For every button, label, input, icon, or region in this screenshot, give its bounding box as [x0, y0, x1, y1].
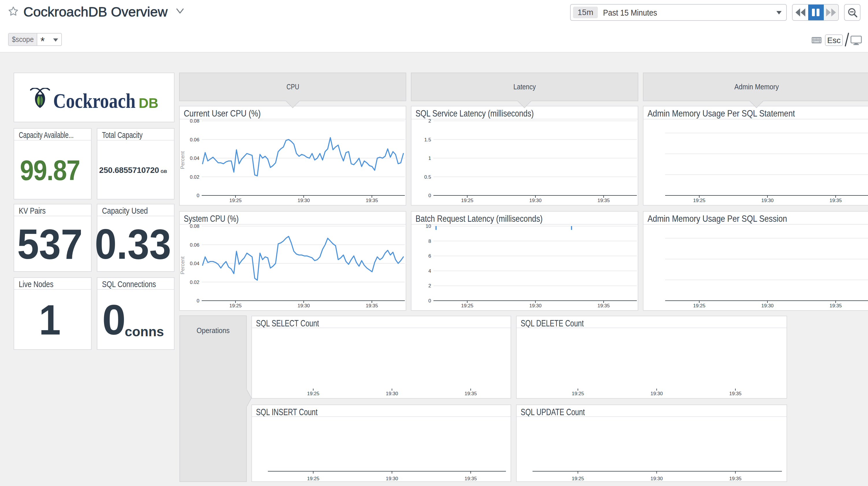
svg-text:0: 0	[429, 298, 431, 304]
svg-text:19:25: 19:25	[693, 303, 706, 309]
svg-text:0.04: 0.04	[190, 155, 199, 161]
svg-text:4: 4	[429, 268, 431, 274]
svg-text:19:35: 19:35	[729, 391, 742, 396]
svg-text:19:25: 19:25	[693, 198, 706, 203]
svg-text:19:25: 19:25	[461, 303, 473, 309]
svg-text:0.04: 0.04	[190, 261, 199, 266]
svg-text:19:35: 19:35	[465, 476, 477, 481]
svg-text:Percent: Percent	[180, 151, 186, 169]
svg-text:6: 6	[429, 253, 431, 259]
svg-text:19:35: 19:35	[366, 303, 378, 309]
svg-text:0: 0	[197, 193, 199, 198]
svg-text:19:30: 19:30	[386, 391, 398, 396]
svg-text:19:30: 19:30	[298, 198, 310, 203]
svg-text:DB: DB	[139, 95, 158, 111]
svg-text:1: 1	[429, 155, 431, 161]
svg-text:19:35: 19:35	[597, 198, 610, 203]
svg-text:19:30: 19:30	[386, 476, 398, 481]
svg-text:19:25: 19:25	[229, 303, 242, 309]
svg-text:19:30: 19:30	[298, 303, 310, 309]
svg-text:19:35: 19:35	[597, 303, 610, 309]
svg-text:19:30: 19:30	[650, 476, 663, 481]
svg-text:Percent: Percent	[180, 256, 186, 275]
svg-text:19:35: 19:35	[830, 303, 842, 309]
svg-text:Cockroach: Cockroach	[53, 90, 135, 112]
svg-text:19:35: 19:35	[729, 476, 742, 481]
svg-text:19:25: 19:25	[572, 476, 584, 481]
svg-text:19:35: 19:35	[830, 198, 842, 203]
svg-text:19:25: 19:25	[229, 198, 242, 203]
svg-text:19:25: 19:25	[461, 198, 473, 203]
svg-text:0.06: 0.06	[190, 137, 199, 143]
svg-text:19:25: 19:25	[307, 391, 319, 396]
svg-text:19:25: 19:25	[307, 476, 319, 481]
svg-text:19:30: 19:30	[762, 198, 774, 203]
svg-text:19:25: 19:25	[572, 391, 584, 396]
svg-text:19:35: 19:35	[366, 198, 378, 203]
svg-text:1.5: 1.5	[424, 137, 431, 143]
svg-text:19:30: 19:30	[650, 391, 663, 396]
svg-text:19:30: 19:30	[529, 198, 542, 203]
svg-text:0: 0	[197, 298, 199, 304]
svg-text:0.06: 0.06	[190, 242, 199, 248]
svg-text:2: 2	[429, 283, 431, 289]
svg-text:0.02: 0.02	[190, 174, 199, 180]
svg-text:19:30: 19:30	[762, 303, 774, 309]
svg-text:0.02: 0.02	[190, 280, 199, 285]
svg-text:8: 8	[429, 238, 431, 244]
svg-text:19:30: 19:30	[529, 303, 542, 309]
svg-text:10: 10	[426, 224, 431, 229]
svg-text:2: 2	[429, 118, 431, 124]
svg-text:0.5: 0.5	[424, 174, 431, 180]
svg-text:0.08: 0.08	[190, 224, 199, 229]
svg-text:0: 0	[429, 193, 431, 198]
svg-text:19:35: 19:35	[465, 391, 477, 396]
svg-text:0.08: 0.08	[190, 118, 199, 124]
